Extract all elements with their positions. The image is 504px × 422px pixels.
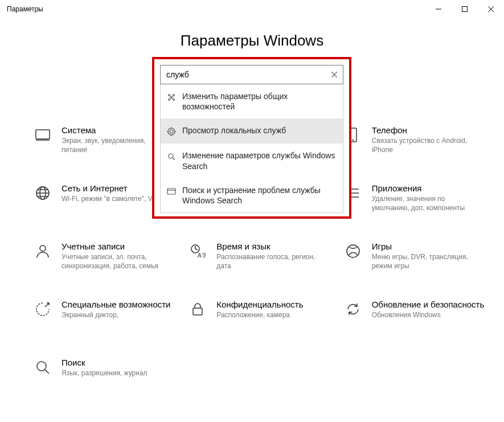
svg-rect-20 bbox=[167, 189, 175, 194]
suggestion-label: Просмотр локальных служб bbox=[182, 125, 286, 136]
tile-privacy[interactable]: Конфиденциальность Расположение, камера bbox=[188, 300, 331, 334]
close-button[interactable] bbox=[478, 0, 504, 18]
suggestion-label: Изменить параметры общих возможностей bbox=[182, 91, 338, 112]
services-icon bbox=[166, 126, 177, 137]
tile-ease-of-access[interactable]: Специальные возможности Экранный диктор, bbox=[33, 300, 177, 334]
svg-line-43 bbox=[45, 303, 49, 307]
tile-title: Система bbox=[62, 125, 164, 135]
tile-phone[interactable]: Телефон Связать устройство с Android, iP… bbox=[343, 125, 487, 159]
person-icon bbox=[33, 241, 52, 261]
svg-line-19 bbox=[173, 158, 175, 160]
tile-title: Конфиденциальность bbox=[216, 300, 303, 309]
tile-apps[interactable]: Приложения Удаление, значения по умолчан… bbox=[343, 183, 487, 218]
svg-rect-1 bbox=[462, 7, 468, 12]
suggestion-item[interactable]: Изменить параметры общих возможностей bbox=[161, 84, 343, 118]
svg-line-40 bbox=[195, 249, 198, 250]
tile-subtitle: Расположение, камера bbox=[216, 310, 303, 319]
window-controls bbox=[425, 0, 504, 18]
suggestion-label: Изменение параметров службы Windows Sear… bbox=[182, 150, 338, 171]
tile-subtitle: Распознавание голоса, регион, дата bbox=[216, 252, 319, 271]
tile-subtitle: Экранный диктор, bbox=[62, 310, 164, 319]
page-title: Параметры Windows bbox=[0, 32, 504, 50]
tile-subtitle: Меню игры, DVR, трансляция, режим игры bbox=[372, 252, 474, 271]
tile-subtitle: Удаление, значения по умолчанию, доп. ко… bbox=[372, 194, 474, 212]
svg-point-37 bbox=[40, 245, 46, 251]
tile-title: Телефон bbox=[372, 125, 474, 135]
tile-subtitle: Учетные записи, эл. почта, синхронизация… bbox=[62, 252, 164, 271]
svg-text:A字: A字 bbox=[198, 252, 206, 259]
svg-point-12 bbox=[170, 130, 173, 133]
display-icon bbox=[33, 125, 52, 145]
update-icon bbox=[343, 300, 363, 319]
share-icon bbox=[166, 92, 177, 103]
globe-icon bbox=[33, 183, 52, 203]
tile-title: Поиск bbox=[62, 358, 147, 367]
tile-search[interactable]: Поиск Язык, разрешения, журнал bbox=[33, 358, 177, 392]
maximize-button[interactable] bbox=[452, 0, 478, 18]
tile-subtitle: Wi-Fi, режим "в самолете", VPN bbox=[62, 194, 162, 203]
tile-subtitle: Язык, разрешения, журнал bbox=[62, 368, 147, 378]
titlebar: Параметры bbox=[0, 0, 504, 18]
svg-rect-22 bbox=[36, 130, 50, 139]
svg-point-45 bbox=[37, 362, 46, 371]
tile-title: Специальные возможности bbox=[62, 300, 171, 309]
suggestion-item[interactable]: Изменение параметров службы Windows Sear… bbox=[161, 144, 343, 178]
troubleshoot-icon bbox=[166, 186, 177, 196]
suggestion-item[interactable]: Поиск и устранение проблем службы Window… bbox=[161, 178, 343, 212]
search-input[interactable] bbox=[166, 70, 329, 79]
svg-line-46 bbox=[45, 370, 49, 374]
ease-of-access-icon bbox=[33, 300, 52, 319]
tile-time-language[interactable]: A字 Время и язык Распознавание голоса, ре… bbox=[188, 241, 331, 276]
tile-gaming[interactable]: Игры Меню игры, DVR, трансляция, режим и… bbox=[343, 241, 487, 276]
tile-title: Игры bbox=[372, 241, 474, 251]
window-title: Параметры bbox=[7, 5, 43, 13]
tile-title: Время и язык bbox=[216, 241, 319, 251]
suggestion-item[interactable]: Просмотр локальных служб bbox=[161, 118, 343, 144]
search-icon bbox=[33, 358, 52, 377]
xbox-icon bbox=[343, 241, 363, 261]
tile-update-security[interactable]: Обновление и безопасность Обновления Win… bbox=[343, 300, 487, 334]
tile-subtitle: Экран, звук, уведомления, питание bbox=[62, 136, 164, 154]
tile-title: Приложения bbox=[372, 183, 474, 193]
tile-title: Учетные записи bbox=[62, 241, 164, 251]
tile-subtitle: Обновления Windows bbox=[372, 310, 474, 319]
lock-icon bbox=[188, 300, 207, 319]
svg-rect-44 bbox=[193, 308, 202, 315]
tile-title: Сеть и Интернет bbox=[62, 183, 162, 193]
svg-point-18 bbox=[169, 154, 173, 158]
svg-point-42 bbox=[347, 245, 359, 257]
time-language-icon: A字 bbox=[188, 241, 207, 261]
tile-accounts[interactable]: Учетные записи Учетные записи, эл. почта… bbox=[33, 241, 177, 276]
clear-icon[interactable] bbox=[329, 70, 339, 79]
search-settings-icon bbox=[166, 151, 177, 162]
svg-point-13 bbox=[168, 128, 175, 135]
suggestion-label: Поиск и устранение проблем службы Window… bbox=[182, 185, 338, 206]
search-box[interactable] bbox=[160, 65, 343, 84]
minimize-button[interactable] bbox=[425, 0, 452, 18]
tile-title: Обновление и безопасность bbox=[372, 300, 485, 309]
search-highlight-box: Изменить параметры общих возможностей Пр… bbox=[152, 57, 351, 219]
search-suggestions: Изменить параметры общих возможностей Пр… bbox=[160, 84, 343, 213]
tile-subtitle: Связать устройство с Android, iPhone bbox=[372, 136, 474, 154]
